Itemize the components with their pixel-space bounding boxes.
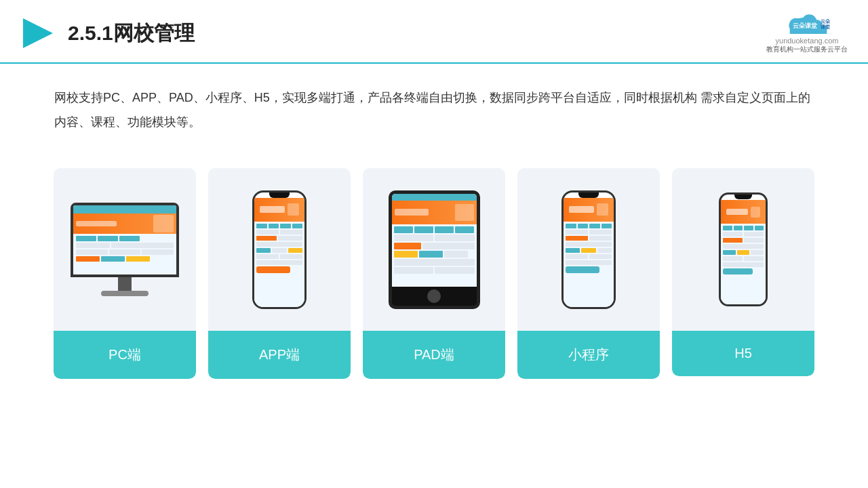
card-pc-label: PC端 (54, 331, 196, 379)
card-pad: PAD端 (363, 168, 505, 379)
card-pc: PC端 (54, 168, 196, 379)
cards-container: PC端 (0, 148, 868, 392)
card-h5-image (672, 168, 814, 331)
pc-mockup (71, 203, 179, 296)
logo-slogan: 教育机构一站式服务云平台 (766, 45, 848, 54)
page-title: 2.5.1网校管理 (68, 20, 195, 47)
card-app: APP端 (208, 168, 351, 379)
logo-area: 云朵 课堂 云朵课堂 yunduoketang.com 教育机构一站式服务云平台 (766, 12, 848, 54)
svg-marker-0 (23, 18, 53, 48)
logo-url: yunduoketang.com (776, 37, 839, 45)
play-icon (20, 16, 56, 51)
card-pad-label: PAD端 (363, 331, 505, 379)
card-miniprogram-image (517, 168, 660, 331)
miniprogram-mockup (561, 190, 616, 309)
card-app-image (208, 168, 351, 331)
description-content: 网校支持PC、APP、PAD、小程序、H5，实现多端打通，产品各终端自由切换，数… (54, 91, 810, 129)
card-h5: H5 (672, 168, 814, 376)
logo-icon: 云朵 课堂 云朵课堂 (780, 12, 834, 37)
svg-text:课堂: 课堂 (821, 24, 831, 30)
header-left: 2.5.1网校管理 (20, 16, 195, 51)
header: 2.5.1网校管理 云朵 课堂 云朵课堂 yunduoketang.com 教育… (0, 0, 868, 64)
pad-mockup (389, 190, 480, 309)
card-miniprogram: 小程序 (517, 168, 660, 379)
card-app-label: APP端 (208, 331, 351, 379)
card-pc-image (54, 168, 196, 331)
card-miniprogram-label: 小程序 (517, 331, 660, 379)
svg-text:云朵课堂: 云朵课堂 (793, 22, 817, 29)
description-text: 网校支持PC、APP、PAD、小程序、H5，实现多端打通，产品各终端自由切换，数… (0, 64, 868, 141)
card-pad-image (363, 168, 505, 331)
h5-mockup (719, 192, 768, 306)
app-mockup (252, 190, 307, 309)
card-h5-label: H5 (672, 331, 814, 376)
